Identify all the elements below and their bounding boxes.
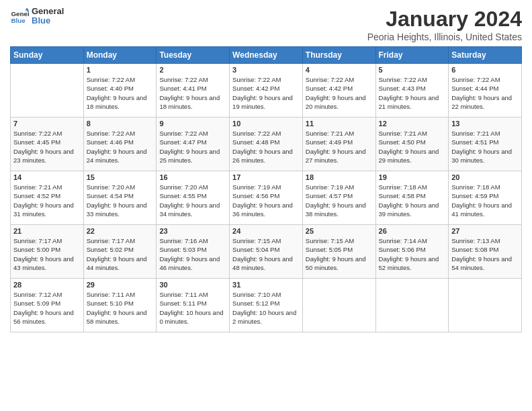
day-number: 14 — [13, 173, 81, 181]
day-info: Sunrise: 7:11 AM Sunset: 5:10 PM Dayligh… — [87, 290, 154, 326]
sunrise-text: Sunrise: 7:19 AM — [306, 183, 354, 191]
daylight-text: Daylight: 9 hours and 34 minutes. — [159, 201, 220, 218]
daylight-text: Daylight: 9 hours and 30 minutes. — [451, 148, 512, 164]
day-number: 4 — [306, 66, 373, 74]
calendar-cell: 31 Sunrise: 7:10 AM Sunset: 5:12 PM Dayl… — [230, 279, 303, 332]
sunset-text: Sunset: 4:44 PM — [451, 85, 498, 92]
logo: General Blue General Blue — [10, 7, 64, 26]
sunset-text: Sunset: 5:04 PM — [232, 246, 279, 253]
day-number: 23 — [159, 227, 226, 235]
calendar-week-1: 7 Sunrise: 7:22 AM Sunset: 4:45 PM Dayli… — [11, 118, 522, 171]
day-info: Sunrise: 7:15 AM Sunset: 5:04 PM Dayligh… — [232, 236, 300, 272]
day-info: Sunrise: 7:22 AM Sunset: 4:43 PM Dayligh… — [379, 75, 446, 111]
sunrise-text: Sunrise: 7:22 AM — [159, 130, 208, 137]
sunrise-text: Sunrise: 7:10 AM — [232, 291, 281, 298]
sunrise-text: Sunrise: 7:15 AM — [306, 237, 354, 244]
sunset-text: Sunset: 4:52 PM — [13, 192, 60, 199]
sunset-text: Sunset: 4:42 PM — [306, 85, 353, 92]
sunrise-text: Sunrise: 7:21 AM — [379, 130, 427, 137]
daylight-text: Daylight: 9 hours and 26 minutes. — [232, 148, 293, 164]
sunrise-text: Sunrise: 7:20 AM — [159, 183, 208, 191]
day-number: 6 — [451, 66, 519, 74]
sunset-text: Sunset: 5:00 PM — [13, 246, 60, 253]
sunset-text: Sunset: 5:12 PM — [232, 300, 279, 307]
day-number: 31 — [232, 281, 300, 289]
day-info: Sunrise: 7:21 AM Sunset: 4:51 PM Dayligh… — [451, 129, 519, 165]
daylight-text: Daylight: 9 hours and 52 minutes. — [379, 255, 439, 271]
day-info: Sunrise: 7:20 AM Sunset: 4:55 PM Dayligh… — [159, 183, 226, 218]
day-number: 22 — [87, 227, 154, 235]
sunrise-text: Sunrise: 7:22 AM — [232, 76, 281, 83]
calendar-cell: 28 Sunrise: 7:12 AM Sunset: 5:09 PM Dayl… — [11, 279, 84, 332]
sunrise-text: Sunrise: 7:13 AM — [451, 237, 500, 244]
sunrise-text: Sunrise: 7:22 AM — [159, 76, 208, 83]
day-info: Sunrise: 7:22 AM Sunset: 4:46 PM Dayligh… — [87, 129, 154, 165]
calendar-header-row: Sunday Monday Tuesday Wednesday Thursday… — [11, 47, 522, 64]
title-block: January 2024 Peoria Heights, Illinois, U… — [367, 7, 522, 42]
daylight-text: Daylight: 9 hours and 36 minutes. — [232, 201, 293, 218]
day-info: Sunrise: 7:13 AM Sunset: 5:08 PM Dayligh… — [451, 236, 519, 272]
calendar-cell: 7 Sunrise: 7:22 AM Sunset: 4:45 PM Dayli… — [11, 118, 84, 171]
sunrise-text: Sunrise: 7:18 AM — [379, 183, 427, 191]
day-info: Sunrise: 7:22 AM Sunset: 4:44 PM Dayligh… — [451, 75, 519, 111]
day-info: Sunrise: 7:22 AM Sunset: 4:42 PM Dayligh… — [306, 75, 373, 111]
day-number: 10 — [232, 120, 300, 128]
day-info: Sunrise: 7:22 AM Sunset: 4:48 PM Dayligh… — [232, 129, 300, 165]
daylight-text: Daylight: 9 hours and 20 minutes. — [306, 94, 366, 110]
daylight-text: Daylight: 9 hours and 41 minutes. — [451, 201, 512, 218]
day-info: Sunrise: 7:22 AM Sunset: 4:41 PM Dayligh… — [159, 75, 226, 111]
sunset-text: Sunset: 4:47 PM — [159, 138, 206, 146]
sunset-text: Sunset: 4:54 PM — [87, 192, 134, 199]
sunrise-text: Sunrise: 7:21 AM — [13, 183, 62, 191]
day-info: Sunrise: 7:14 AM Sunset: 5:06 PM Dayligh… — [379, 236, 446, 272]
daylight-text: Daylight: 9 hours and 54 minutes. — [451, 255, 512, 271]
calendar-cell: 26 Sunrise: 7:14 AM Sunset: 5:06 PM Dayl… — [375, 225, 449, 279]
daylight-text: Daylight: 9 hours and 31 minutes. — [13, 201, 74, 218]
day-info: Sunrise: 7:15 AM Sunset: 5:05 PM Dayligh… — [306, 236, 373, 272]
page-header: General Blue General Blue January 2024 P… — [10, 7, 522, 42]
location-title: Peoria Heights, Illinois, United States — [367, 32, 522, 42]
col-monday: Monday — [83, 47, 157, 64]
day-number: 16 — [159, 173, 226, 181]
sunrise-text: Sunrise: 7:22 AM — [13, 130, 62, 137]
sunrise-text: Sunrise: 7:22 AM — [451, 76, 500, 83]
sunset-text: Sunset: 4:40 PM — [87, 85, 134, 92]
day-number: 11 — [306, 120, 373, 128]
sunrise-text: Sunrise: 7:11 AM — [159, 291, 208, 298]
calendar-cell: 17 Sunrise: 7:19 AM Sunset: 4:56 PM Dayl… — [230, 171, 303, 225]
day-number: 2 — [159, 66, 226, 74]
sunrise-text: Sunrise: 7:22 AM — [232, 130, 281, 137]
calendar-cell: 20 Sunrise: 7:18 AM Sunset: 4:59 PM Dayl… — [449, 171, 522, 225]
day-number: 30 — [159, 281, 226, 289]
day-number: 17 — [232, 173, 300, 181]
daylight-text: Daylight: 9 hours and 33 minutes. — [87, 201, 147, 218]
daylight-text: Daylight: 9 hours and 48 minutes. — [232, 255, 293, 271]
calendar-cell: 18 Sunrise: 7:19 AM Sunset: 4:57 PM Dayl… — [302, 171, 375, 225]
col-friday: Friday — [375, 47, 449, 64]
sunset-text: Sunset: 4:49 PM — [306, 138, 353, 146]
calendar-cell — [449, 279, 522, 332]
sunset-text: Sunset: 4:50 PM — [379, 138, 426, 146]
daylight-text: Daylight: 9 hours and 27 minutes. — [306, 148, 366, 164]
sunset-text: Sunset: 5:05 PM — [306, 246, 353, 253]
calendar-cell — [11, 64, 84, 118]
day-number: 28 — [13, 281, 81, 289]
day-info: Sunrise: 7:22 AM Sunset: 4:45 PM Dayligh… — [13, 129, 81, 165]
daylight-text: Daylight: 9 hours and 18 minutes. — [87, 94, 147, 110]
daylight-text: Daylight: 10 hours and 2 minutes. — [232, 309, 296, 325]
day-number: 7 — [13, 120, 81, 128]
sunrise-text: Sunrise: 7:22 AM — [87, 130, 135, 137]
calendar-week-2: 14 Sunrise: 7:21 AM Sunset: 4:52 PM Dayl… — [11, 171, 522, 225]
col-sunday: Sunday — [11, 47, 84, 64]
day-number: 18 — [306, 173, 373, 181]
calendar-cell: 1 Sunrise: 7:22 AM Sunset: 4:40 PM Dayli… — [83, 64, 157, 118]
daylight-text: Daylight: 9 hours and 22 minutes. — [451, 94, 512, 110]
logo-icon: General Blue — [10, 7, 29, 26]
sunset-text: Sunset: 5:03 PM — [159, 246, 206, 253]
day-number: 8 — [87, 120, 154, 128]
daylight-text: Daylight: 9 hours and 18 minutes. — [159, 94, 220, 110]
svg-text:Blue: Blue — [11, 17, 26, 24]
sunrise-text: Sunrise: 7:19 AM — [232, 183, 281, 191]
sunrise-text: Sunrise: 7:17 AM — [87, 237, 135, 244]
day-info: Sunrise: 7:17 AM Sunset: 5:00 PM Dayligh… — [13, 236, 81, 272]
